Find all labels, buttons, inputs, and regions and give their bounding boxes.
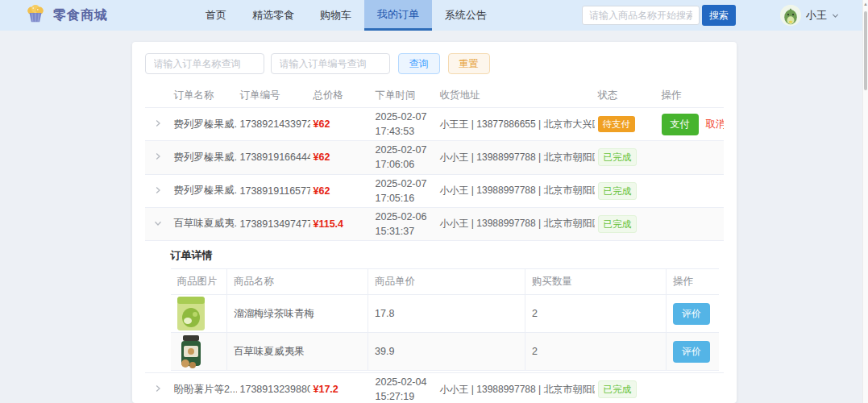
status-badge: 待支付 [598,116,636,132]
product-price: 17.8 [368,295,525,333]
expand-row-icon[interactable] [145,373,171,403]
product-price: 39.9 [368,333,525,371]
product-name: 溜溜梅绿茶味青梅 [227,295,368,333]
filter-bar: 查询 重置 [145,53,724,74]
order-name: 盼盼薯片等2... [171,373,237,403]
order-clock-time: 17:43:53 [376,124,434,139]
order-total-price: ¥17.2 [310,373,372,403]
order-address: 小王王 | 13877886655 | 北京市大兴区枫... [437,108,595,141]
order-number-filter-input[interactable] [271,53,390,74]
expand-row-icon[interactable] [145,141,171,174]
app-header: 零食商城 首页精选零食购物车我的订单系统公告 搜索 小王 [0,0,868,31]
order-clock-time: 17:05:16 [376,191,434,206]
order-name: 百草味夏威夷... [171,207,237,240]
collapse-row-icon[interactable] [145,207,171,240]
order-name: 费列罗榛果威... [171,108,237,141]
order-status-cell: 待支付 [595,108,658,141]
order-clock-time: 17:06:06 [376,157,434,172]
order-number: 1738921433972 [237,108,310,141]
order-actions-cell [658,174,724,207]
order-actions-cell [658,373,724,403]
order-actions-cell [658,141,724,174]
order-clock-time: 15:31:37 [376,224,434,239]
orders-column-header-1: 订单编号 [237,84,310,108]
order-row-0: 费列罗榛果威...1738921433972¥622025-02-0717:43… [145,108,724,141]
order-detail-table: 商品图片商品名称商品单价购买数量操作溜溜梅绿茶味青梅17.82评价百草味夏威夷果… [171,268,719,371]
order-date: 2025-02-04 [376,375,434,389]
order-time: 2025-02-0717:06:06 [372,141,437,174]
order-total-price: ¥62 [310,108,372,141]
order-row-1: 费列罗榛果威...1738919166444¥622025-02-0717:06… [145,141,724,174]
detail-column-header-1: 商品名称 [227,269,368,295]
order-name-filter-input[interactable] [145,53,264,74]
detail-product-row-1: 百草味夏威夷果39.92评价 [171,333,719,371]
search-button[interactable]: 搜索 [702,5,736,26]
chevron-down-icon [832,8,839,23]
order-status-cell: 已完成 [595,174,658,207]
product-image [177,334,221,368]
page-scrollbar[interactable]: ▲ [862,0,868,403]
reset-button[interactable]: 重置 [448,53,490,74]
nav-item-1[interactable]: 精选零食 [239,0,307,31]
user-avatar [780,5,801,26]
product-search-input[interactable] [582,6,700,25]
order-clock-time: 15:27:19 [376,389,434,403]
brand-title: 零食商城 [53,7,108,24]
detail-header-row: 商品图片商品名称商品单价购买数量操作 [171,269,719,295]
order-time: 2025-02-0717:05:16 [372,174,437,207]
order-address: 小小王 | 13988997788 | 北京市朝阳区东... [437,373,595,403]
product-quantity: 2 [525,333,667,371]
product-image-cell [171,333,227,371]
order-row-3: 百草味夏威夷...1738913497477¥115.42025-02-0615… [145,207,724,240]
detail-column-header-3: 购买数量 [525,269,667,295]
order-address: 小小王 | 13988997788 | 北京市朝阳区东... [437,141,595,174]
order-address: 小小王 | 13988997788 | 北京市朝阳区东... [437,207,595,240]
order-time: 2025-02-0415:27:19 [372,373,437,403]
query-button[interactable]: 查询 [398,53,440,74]
scrollbar-up-arrow-icon[interactable]: ▲ [863,2,868,6]
nav-item-4[interactable]: 系统公告 [432,0,500,31]
expand-column-header [145,84,171,108]
user-menu[interactable]: 小王 [780,5,839,26]
order-number: 1738913239880 [237,373,310,403]
nav-item-2[interactable]: 购物车 [307,0,364,31]
brand[interactable]: 零食商城 [24,0,108,31]
status-badge: 已完成 [598,380,638,398]
orders-header-row: 订单名称订单编号总价格下单时间收货地址状态操作 [145,84,724,108]
nav-item-3[interactable]: 我的订单 [364,0,432,31]
username: 小王 [806,8,827,23]
detail-column-header-0: 商品图片 [171,269,227,295]
main-nav: 首页精选零食购物车我的订单系统公告 [193,0,500,31]
product-action-cell: 评价 [667,333,719,371]
order-date: 2025-02-07 [376,177,434,191]
order-detail-title: 订单详情 [171,248,719,263]
order-name: 费列罗榛果威... [171,141,237,174]
expand-row-icon[interactable] [145,174,171,207]
cancel-link[interactable]: 取消 [706,118,724,130]
orders-table-body: 费列罗榛果威...1738921433972¥622025-02-0717:43… [145,108,724,403]
order-number: 1738919166444 [237,141,310,174]
order-status-cell: 已完成 [595,373,658,403]
order-total-price: ¥62 [310,141,372,174]
orders-panel: 查询 重置 订单名称订单编号总价格下单时间收货地址状态操作 费列罗榛果威...1… [132,42,737,403]
product-image-cell [171,295,227,333]
expand-row-icon[interactable] [145,108,171,141]
order-date: 2025-02-06 [376,210,434,224]
pay-button[interactable]: 支付 [662,114,699,135]
product-image [177,297,221,330]
review-button[interactable]: 评价 [673,303,710,325]
orders-column-header-5: 状态 [595,84,658,108]
orders-column-header-6: 操作 [658,84,724,108]
order-number: 1738913497477 [237,207,310,240]
order-name: 费列罗榛果威... [171,174,237,207]
orders-column-header-0: 订单名称 [171,84,237,108]
order-total-price: ¥115.4 [310,207,372,240]
scrollbar-thumb[interactable] [864,11,867,90]
review-button[interactable]: 评价 [673,341,710,363]
order-time: 2025-02-0717:43:53 [372,108,437,141]
order-row-4: 盼盼薯片等2...1738913239880¥17.22025-02-0415:… [145,373,724,403]
order-row-2: 费列罗榛果威...1738919116577¥622025-02-0717:05… [145,174,724,207]
nav-item-0[interactable]: 首页 [193,0,239,31]
order-date: 2025-02-07 [376,110,434,124]
order-date: 2025-02-07 [376,143,434,157]
